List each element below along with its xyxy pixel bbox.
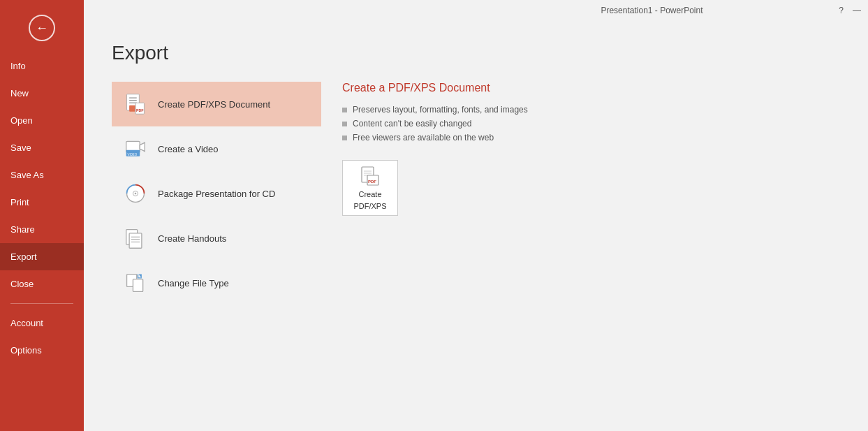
export-option-package-cd[interactable]: Package Presentation for CD xyxy=(112,171,321,216)
video-icon: VIDEO xyxy=(123,136,148,161)
help-button[interactable]: ? xyxy=(839,6,844,15)
sidebar-divider xyxy=(10,303,73,304)
handouts-icon xyxy=(123,226,148,251)
export-option-change-file-type[interactable]: Change File Type xyxy=(112,261,321,305)
cd-icon xyxy=(123,181,148,206)
bullet-icon-1 xyxy=(342,108,347,112)
svg-rect-20 xyxy=(133,279,142,292)
detail-title: Create a PDF/XPS Document xyxy=(342,82,819,94)
bullet-text-2: Content can't be easily changed xyxy=(353,119,471,129)
export-option-label-filetype: Change File Type xyxy=(158,278,229,288)
bullet-text-3: Free viewers are available on the web xyxy=(353,133,494,143)
svg-point-13 xyxy=(135,193,137,195)
sidebar-item-export[interactable]: Export xyxy=(0,243,84,270)
sidebar: ← Info New Open Save Save As Print Share… xyxy=(0,0,84,431)
export-option-label-pdf: Create PDF/XPS Document xyxy=(158,99,270,110)
title-bar: Presentation1 - PowerPoint ? — xyxy=(84,0,868,21)
export-option-label-handouts: Create Handouts xyxy=(158,233,226,244)
content-area: Export xyxy=(84,21,868,431)
create-pdf-button-line1: Create xyxy=(358,190,381,198)
bullet-3: Free viewers are available on the web xyxy=(342,133,819,143)
sidebar-item-info[interactable]: Info xyxy=(0,52,84,80)
sidebar-item-print[interactable]: Print xyxy=(0,189,84,216)
sidebar-item-account[interactable]: Account xyxy=(0,309,84,337)
minimize-button[interactable]: — xyxy=(853,6,861,15)
sidebar-item-close[interactable]: Close xyxy=(0,270,84,298)
bullet-icon-2 xyxy=(342,122,347,126)
create-pdf-button-icon: PDF xyxy=(360,166,380,187)
sidebar-item-new[interactable]: New xyxy=(0,80,84,107)
filetype-icon xyxy=(123,270,148,295)
export-option-label-video: Create a Video xyxy=(158,144,219,154)
page-title: Export xyxy=(112,42,840,64)
detail-bullets: Preserves layout, formatting, fonts, and… xyxy=(342,105,819,143)
sidebar-item-options[interactable]: Options xyxy=(0,337,84,364)
bullet-text-1: Preserves layout, formatting, fonts, and… xyxy=(353,105,528,115)
window-controls: ? — xyxy=(839,6,861,15)
export-detail-panel: Create a PDF/XPS Document Preserves layo… xyxy=(321,82,840,305)
sidebar-item-save-as[interactable]: Save As xyxy=(0,161,84,189)
bullet-icon-3 xyxy=(342,136,347,140)
svg-rect-15 xyxy=(129,233,142,248)
svg-text:PDF: PDF xyxy=(136,108,144,112)
sidebar-bottom: Account Options xyxy=(0,309,84,378)
sidebar-item-save[interactable]: Save xyxy=(0,134,84,161)
main-content: Presentation1 - PowerPoint ? — Export xyxy=(84,0,868,431)
bullet-2: Content can't be easily changed xyxy=(342,119,819,129)
export-option-create-handouts[interactable]: Create Handouts xyxy=(112,216,321,261)
export-option-create-pdf[interactable]: PDF Create PDF/XPS Document xyxy=(112,82,321,126)
export-options-list: PDF Create PDF/XPS Document VID xyxy=(112,82,321,305)
svg-text:VIDEO: VIDEO xyxy=(127,153,137,156)
window-title: Presentation1 - PowerPoint xyxy=(465,6,839,15)
export-layout: PDF Create PDF/XPS Document VID xyxy=(112,82,840,305)
back-arrow-icon: ← xyxy=(29,15,55,41)
export-option-create-video[interactable]: VIDEO Create a Video xyxy=(112,126,321,171)
sidebar-item-share[interactable]: Share xyxy=(0,216,84,243)
svg-marker-21 xyxy=(138,275,141,278)
create-pdf-button-line2: PDF/XPS xyxy=(353,202,386,210)
create-pdf-xps-button[interactable]: PDF Create PDF/XPS xyxy=(342,160,398,216)
export-option-label-cd: Package Presentation for CD xyxy=(158,189,275,199)
bullet-1: Preserves layout, formatting, fonts, and… xyxy=(342,105,819,115)
svg-text:PDF: PDF xyxy=(368,180,376,184)
back-button[interactable]: ← xyxy=(21,7,63,49)
pdf-icon: PDF xyxy=(123,92,148,117)
svg-marker-8 xyxy=(140,143,145,151)
sidebar-item-open[interactable]: Open xyxy=(0,107,84,134)
sidebar-nav: Info New Open Save Save As Print Share E… xyxy=(0,49,84,431)
